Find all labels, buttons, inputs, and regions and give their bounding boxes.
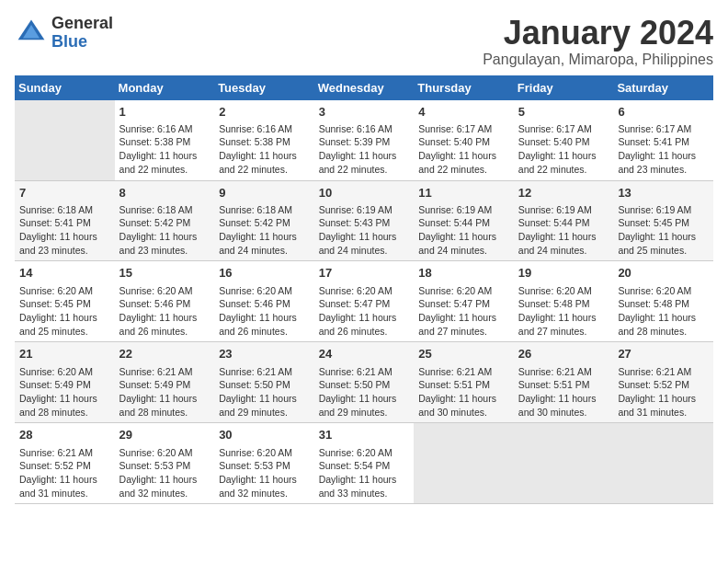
day-number: 30 [219,427,310,443]
title-area: January 2024 Pangulayan, Mimaropa, Phili… [483,15,713,68]
day-number: 9 [219,185,310,201]
calendar-cell: 30Sunrise: 6:20 AM Sunset: 5:53 PM Dayli… [214,423,314,504]
day-info: Sunrise: 6:20 AM Sunset: 5:47 PM Dayligh… [319,284,410,339]
day-number: 14 [19,265,110,282]
day-number: 13 [618,185,709,201]
day-info: Sunrise: 6:19 AM Sunset: 5:44 PM Dayligh… [518,203,609,258]
day-info: Sunrise: 6:21 AM Sunset: 5:52 PM Dayligh… [19,446,110,500]
day-number: 21 [19,346,110,362]
weekday-header-saturday: Saturday [613,75,713,100]
day-info: Sunrise: 6:21 AM Sunset: 5:50 PM Dayligh… [219,365,310,419]
day-info: Sunrise: 6:17 AM Sunset: 5:40 PM Dayligh… [518,122,609,177]
calendar-cell: 22Sunrise: 6:21 AM Sunset: 5:49 PM Dayli… [115,342,215,423]
weekday-header-sunday: Sunday [15,75,115,100]
day-number: 20 [618,265,709,282]
day-info: Sunrise: 6:20 AM Sunset: 5:48 PM Dayligh… [518,284,609,339]
day-info: Sunrise: 6:19 AM Sunset: 5:44 PM Dayligh… [418,203,509,258]
day-number: 6 [618,104,709,121]
calendar-body: 1Sunrise: 6:16 AM Sunset: 5:38 PM Daylig… [15,100,713,504]
day-info: Sunrise: 6:16 AM Sunset: 5:39 PM Dayligh… [319,122,410,177]
calendar-cell: 8Sunrise: 6:18 AM Sunset: 5:42 PM Daylig… [115,180,215,261]
calendar-cell: 19Sunrise: 6:20 AM Sunset: 5:48 PM Dayli… [514,261,614,342]
day-info: Sunrise: 6:21 AM Sunset: 5:49 PM Dayligh… [119,365,210,419]
weekday-header-friday: Friday [514,75,614,100]
day-number: 2 [219,104,310,121]
weekday-header-monday: Monday [115,75,215,100]
day-info: Sunrise: 6:20 AM Sunset: 5:53 PM Dayligh… [219,446,310,500]
calendar-cell: 26Sunrise: 6:21 AM Sunset: 5:51 PM Dayli… [514,342,614,423]
day-number: 24 [319,346,410,362]
calendar-cell: 14Sunrise: 6:20 AM Sunset: 5:45 PM Dayli… [15,261,115,342]
day-number: 23 [219,346,310,362]
calendar-week-row: 1Sunrise: 6:16 AM Sunset: 5:38 PM Daylig… [15,100,713,180]
day-number: 18 [418,265,509,282]
calendar-cell: 29Sunrise: 6:20 AM Sunset: 5:53 PM Dayli… [115,423,215,504]
logo-icon [15,17,48,50]
day-number: 31 [319,427,410,443]
day-number: 1 [119,104,210,121]
day-info: Sunrise: 6:17 AM Sunset: 5:40 PM Dayligh… [418,122,509,177]
day-number: 25 [418,346,509,362]
day-number: 28 [19,427,110,443]
calendar-cell: 28Sunrise: 6:21 AM Sunset: 5:52 PM Dayli… [15,423,115,504]
day-info: Sunrise: 6:20 AM Sunset: 5:53 PM Dayligh… [119,446,210,500]
day-info: Sunrise: 6:20 AM Sunset: 5:48 PM Dayligh… [618,284,709,339]
day-info: Sunrise: 6:20 AM Sunset: 5:46 PM Dayligh… [219,284,310,339]
calendar-week-row: 21Sunrise: 6:20 AM Sunset: 5:49 PM Dayli… [15,342,713,423]
calendar-table: SundayMondayTuesdayWednesdayThursdayFrid… [15,75,713,505]
day-number: 11 [418,185,509,201]
calendar-cell: 23Sunrise: 6:21 AM Sunset: 5:50 PM Dayli… [214,342,314,423]
logo-general: General [51,15,113,33]
day-number: 17 [319,265,410,282]
calendar-cell: 4Sunrise: 6:17 AM Sunset: 5:40 PM Daylig… [414,100,514,180]
calendar-cell: 10Sunrise: 6:19 AM Sunset: 5:43 PM Dayli… [314,180,415,261]
calendar-cell: 1Sunrise: 6:16 AM Sunset: 5:38 PM Daylig… [115,100,215,180]
calendar-cell: 15Sunrise: 6:20 AM Sunset: 5:46 PM Dayli… [115,261,215,342]
weekday-header-thursday: Thursday [414,75,514,100]
weekday-header-tuesday: Tuesday [214,75,314,100]
day-info: Sunrise: 6:20 AM Sunset: 5:54 PM Dayligh… [319,446,410,500]
calendar-header: SundayMondayTuesdayWednesdayThursdayFrid… [15,75,713,100]
day-number: 5 [518,104,609,121]
calendar-cell [15,100,115,180]
day-number: 27 [618,346,709,362]
calendar-cell: 17Sunrise: 6:20 AM Sunset: 5:47 PM Dayli… [314,261,415,342]
calendar-title: January 2024 [483,15,713,52]
calendar-cell: 2Sunrise: 6:16 AM Sunset: 5:38 PM Daylig… [214,100,314,180]
day-info: Sunrise: 6:18 AM Sunset: 5:42 PM Dayligh… [119,203,210,258]
calendar-week-row: 14Sunrise: 6:20 AM Sunset: 5:45 PM Dayli… [15,261,713,342]
day-info: Sunrise: 6:20 AM Sunset: 5:46 PM Dayligh… [119,284,210,339]
calendar-cell: 9Sunrise: 6:18 AM Sunset: 5:42 PM Daylig… [214,180,314,261]
weekday-header-row: SundayMondayTuesdayWednesdayThursdayFrid… [15,75,713,100]
day-number: 8 [119,185,210,201]
calendar-cell: 20Sunrise: 6:20 AM Sunset: 5:48 PM Dayli… [613,261,713,342]
calendar-cell: 3Sunrise: 6:16 AM Sunset: 5:39 PM Daylig… [314,100,415,180]
day-number: 12 [518,185,609,201]
calendar-cell: 31Sunrise: 6:20 AM Sunset: 5:54 PM Dayli… [314,423,415,504]
day-info: Sunrise: 6:20 AM Sunset: 5:45 PM Dayligh… [19,284,110,339]
day-number: 19 [518,265,609,282]
calendar-cell: 7Sunrise: 6:18 AM Sunset: 5:41 PM Daylig… [15,180,115,261]
logo: General Blue [15,15,113,52]
day-info: Sunrise: 6:19 AM Sunset: 5:45 PM Dayligh… [618,203,709,258]
calendar-cell: 25Sunrise: 6:21 AM Sunset: 5:51 PM Dayli… [414,342,514,423]
day-info: Sunrise: 6:21 AM Sunset: 5:50 PM Dayligh… [319,365,410,419]
calendar-cell: 11Sunrise: 6:19 AM Sunset: 5:44 PM Dayli… [414,180,514,261]
calendar-cell [613,423,713,504]
day-info: Sunrise: 6:16 AM Sunset: 5:38 PM Dayligh… [219,122,310,177]
day-info: Sunrise: 6:20 AM Sunset: 5:49 PM Dayligh… [19,365,110,419]
calendar-cell: 5Sunrise: 6:17 AM Sunset: 5:40 PM Daylig… [514,100,614,180]
day-info: Sunrise: 6:21 AM Sunset: 5:51 PM Dayligh… [418,365,509,419]
calendar-cell: 12Sunrise: 6:19 AM Sunset: 5:44 PM Dayli… [514,180,614,261]
calendar-cell: 24Sunrise: 6:21 AM Sunset: 5:50 PM Dayli… [314,342,415,423]
day-info: Sunrise: 6:16 AM Sunset: 5:38 PM Dayligh… [119,122,210,177]
day-number: 29 [119,427,210,443]
day-number: 15 [119,265,210,282]
day-number: 7 [19,185,110,201]
calendar-cell [414,423,514,504]
weekday-header-wednesday: Wednesday [314,75,415,100]
day-info: Sunrise: 6:21 AM Sunset: 5:51 PM Dayligh… [518,365,609,419]
day-info: Sunrise: 6:19 AM Sunset: 5:43 PM Dayligh… [319,203,410,258]
calendar-cell: 16Sunrise: 6:20 AM Sunset: 5:46 PM Dayli… [214,261,314,342]
logo-blue: Blue [51,33,113,52]
